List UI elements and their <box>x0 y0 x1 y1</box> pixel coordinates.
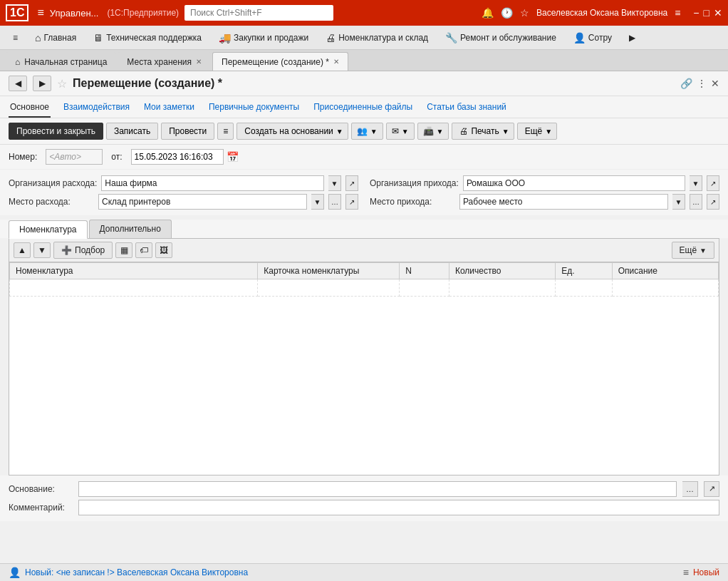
hamburger-icon[interactable]: ≡ <box>37 6 43 19</box>
org-income-input[interactable]: Ромашка ООО <box>463 175 685 191</box>
restore-button[interactable]: □ <box>704 7 709 19</box>
tab-home[interactable]: ⌂ Начальная страница <box>6 52 116 71</box>
table-spacer-row <box>10 297 719 475</box>
subtab-notes[interactable]: Мои заметки <box>142 99 196 118</box>
menu-nomenclature[interactable]: 🖨 Номенклатура и склад <box>318 29 435 46</box>
place-income-input[interactable]: Рабочее место <box>459 194 668 210</box>
subtab-attached-files[interactable]: Присоединенные файлы <box>312 99 414 118</box>
star-icon[interactable]: ☆ <box>520 7 529 19</box>
org-expense-dropdown-btn[interactable]: ▼ <box>328 175 341 191</box>
sub-tab-bar: Основное Взаимодействия Мои заметки Перв… <box>0 96 728 118</box>
mail-button[interactable]: ✉ ▼ <box>386 123 415 140</box>
app-logo: 1С <box>6 4 28 21</box>
place-expense-dropdown-btn[interactable]: ▼ <box>311 194 324 210</box>
date-input[interactable] <box>131 149 224 165</box>
subtab-primary-docs[interactable]: Первичные документы <box>207 99 301 118</box>
place-expense-link-btn[interactable]: ↗ <box>345 194 358 210</box>
basis-input[interactable] <box>78 481 677 497</box>
org-expense-label: Организация расхода: <box>9 178 97 188</box>
create-basis-arrow-icon: ▼ <box>336 128 343 135</box>
more-button[interactable]: Ещё ▼ <box>517 123 557 140</box>
bookmark-icon[interactable]: ☆ <box>57 77 67 91</box>
left-column: Организация расхода: Наша фирма ▼ ↗ Мест… <box>9 175 358 210</box>
place-expense-dots-btn[interactable]: … <box>328 194 341 210</box>
menu-more[interactable]: ▶ <box>622 30 643 46</box>
bell-icon[interactable]: 🔔 <box>482 7 494 19</box>
fax-button[interactable]: 📠 ▼ <box>417 123 449 140</box>
nav-back-button[interactable]: ◀ <box>9 76 27 91</box>
place-income-dots-btn[interactable]: … <box>690 194 702 210</box>
add-selection-button[interactable]: ➕ Подбор <box>53 242 113 259</box>
main-content: ◀ ▶ ☆ Перемещение (создание) * 🔗 ⋮ ✕ Осн… <box>0 71 728 558</box>
basis-row: Основание: … ↗ <box>9 481 719 497</box>
basis-dots-btn[interactable]: … <box>682 481 698 497</box>
table-more-label: Ещё <box>680 245 697 255</box>
tab-movement[interactable]: Перемещение (создание) * ✕ <box>212 52 348 71</box>
subtab-knowledge[interactable]: Статьи базы знаний <box>425 99 508 118</box>
menu-staff[interactable]: 👤 Сотру <box>566 29 619 46</box>
number-label: Номер: <box>9 152 37 162</box>
clock-icon[interactable]: 🕐 <box>501 7 513 19</box>
row-down-button[interactable]: ▼ <box>33 242 51 258</box>
menu-home[interactable]: ⌂ Главная <box>28 29 83 46</box>
menu-hamburger[interactable]: ≡ <box>6 30 25 46</box>
search-input[interactable] <box>184 5 333 21</box>
comment-row: Комментарий: <box>9 500 719 515</box>
table-more-button[interactable]: Ещё ▼ <box>672 242 714 259</box>
org-expense-input[interactable]: Наша фирма <box>101 175 324 191</box>
more-arrow-icon: ▶ <box>629 33 635 43</box>
tab-movement-close[interactable]: ✕ <box>333 58 339 66</box>
document-header: ◀ ▶ ☆ Перемещение (создание) * 🔗 ⋮ ✕ <box>0 71 728 96</box>
menu-support[interactable]: 🖥 Техническая поддержка <box>86 29 209 46</box>
tag-button[interactable]: 🏷 <box>135 242 152 258</box>
table-body <box>10 279 719 475</box>
options-icon[interactable]: ⋮ <box>697 78 707 89</box>
barcode-scan-button[interactable]: ▦ <box>115 242 132 258</box>
save-button[interactable]: Записать <box>106 123 158 140</box>
place-income-link-btn[interactable]: ↗ <box>707 194 719 210</box>
col-unit: Ед. <box>556 263 613 279</box>
menu-repair[interactable]: 🔧 Ремонт и обслуживание <box>438 29 563 46</box>
menu-purchases[interactable]: 🚚 Закупки и продажи <box>212 29 316 46</box>
document-title: Перемещение (создание) * <box>73 77 675 90</box>
org-income-link-btn[interactable]: ↗ <box>707 175 719 191</box>
calendar-icon[interactable]: 📅 <box>227 151 239 163</box>
subtab-main[interactable]: Основное <box>9 99 51 118</box>
org-expense-link-btn[interactable]: ↗ <box>345 175 358 191</box>
row-up-button[interactable]: ▲ <box>14 242 31 258</box>
place-expense-input[interactable]: Склад принтеров <box>98 194 307 210</box>
inner-tab-nomenclature[interactable]: Номенклатура <box>9 220 88 239</box>
tab-storage-close[interactable]: ✕ <box>196 58 202 66</box>
org-income-dropdown-btn[interactable]: ▼ <box>690 175 702 191</box>
nav-forward-button[interactable]: ▶ <box>33 76 51 91</box>
col-n: N <box>400 263 449 279</box>
inner-tab-additional[interactable]: Дополнительно <box>89 220 172 238</box>
group-button[interactable]: 👥 ▼ <box>351 123 383 140</box>
close-button[interactable]: ✕ <box>714 7 722 19</box>
status-badge: Новый <box>693 567 719 577</box>
place-income-label: Место прихода: <box>370 197 455 207</box>
place-income-dropdown-btn[interactable]: ▼ <box>672 194 685 210</box>
group-arrow-icon: ▼ <box>370 128 378 135</box>
post-close-button[interactable]: Провести и закрыть <box>9 123 103 140</box>
place-expense-row: Место расхода: Склад принтеров ▼ … ↗ <box>9 194 358 210</box>
doc-view-button[interactable]: ≡ <box>217 123 234 140</box>
image-button[interactable]: 🖼 <box>155 242 172 258</box>
printer-icon: 🖨 <box>326 32 336 43</box>
comment-input[interactable] <box>78 500 719 515</box>
col-quantity: Количество <box>449 263 555 279</box>
more-label: Ещё <box>525 126 543 136</box>
tab-storage[interactable]: Места хранения ✕ <box>118 52 211 71</box>
print-button[interactable]: 🖨 Печать ▼ <box>452 123 514 140</box>
doc-close-icon[interactable]: ✕ <box>711 78 719 89</box>
create-basis-button[interactable]: Создать на основании ▼ <box>236 123 348 140</box>
menu-icon[interactable]: ≡ <box>675 7 680 19</box>
link-icon[interactable]: 🔗 <box>680 78 692 89</box>
minimize-button[interactable]: − <box>693 7 699 19</box>
status-user-link[interactable]: Новый: <не записан !> Васелевская Оксана… <box>25 567 248 577</box>
subtab-interactions[interactable]: Взаимодействия <box>62 99 131 118</box>
basis-link-btn[interactable]: ↗ <box>704 481 719 497</box>
document-header-icons: 🔗 ⋮ ✕ <box>680 78 719 89</box>
mail-icon: ✉ <box>392 126 399 136</box>
post-button[interactable]: Провести <box>161 123 214 140</box>
